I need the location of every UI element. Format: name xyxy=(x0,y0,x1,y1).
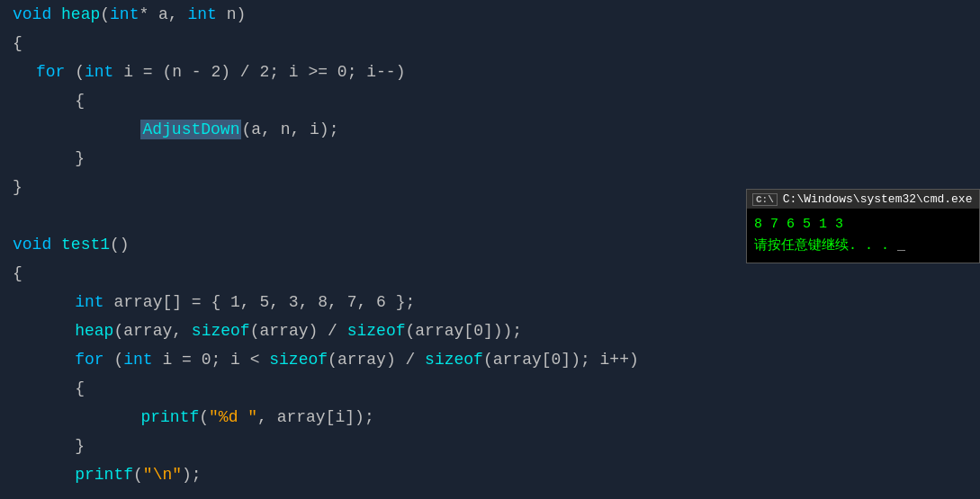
code-line-14: { xyxy=(9,374,980,403)
cmd-title: C:\Windows\system32\cmd.exe xyxy=(783,192,973,206)
code-line-4: { xyxy=(9,86,980,115)
cmd-window: C:\ C:\Windows\system32\cmd.exe 8 7 6 5 … xyxy=(746,189,980,263)
cmd-msg-text: 请按任意键继续. . . xyxy=(754,238,889,254)
code-line-17: printf("\n"); xyxy=(9,460,980,489)
code-line-3: for (int i = (n - 2) / 2; i >= 0; i--) xyxy=(9,58,980,86)
code-line-2: { xyxy=(9,29,980,58)
cmd-cursor: _ xyxy=(897,238,905,254)
code-line-11: int array[] = { 1, 5, 3, 8, 7, 6 }; xyxy=(9,288,980,316)
highlighted-fn: AdjustDown xyxy=(140,120,241,139)
cmd-output-msg: 请按任意键继续. . . _ xyxy=(754,236,972,257)
code-line-15: printf("%d ", array[i]); xyxy=(9,403,980,432)
code-line-16: } xyxy=(9,432,980,460)
cmd-output-nums: 8 7 6 5 1 3 xyxy=(754,214,972,236)
code-line-13: for (int i = 0; i < sizeof(array) / size… xyxy=(9,345,980,374)
cmd-icon: C:\ xyxy=(752,193,778,206)
code-line-6: } xyxy=(9,144,980,173)
cmd-body: 8 7 6 5 1 3 请按任意键继续. . . _ xyxy=(747,209,979,263)
code-line-5: AdjustDown(a, n, i); xyxy=(9,115,980,144)
code-line-1: void heap(int* a, int n) xyxy=(9,0,980,29)
cmd-titlebar: C:\ C:\Windows\system32\cmd.exe xyxy=(747,190,979,209)
code-line-12: heap(array, sizeof(array) / sizeof(array… xyxy=(9,316,980,345)
